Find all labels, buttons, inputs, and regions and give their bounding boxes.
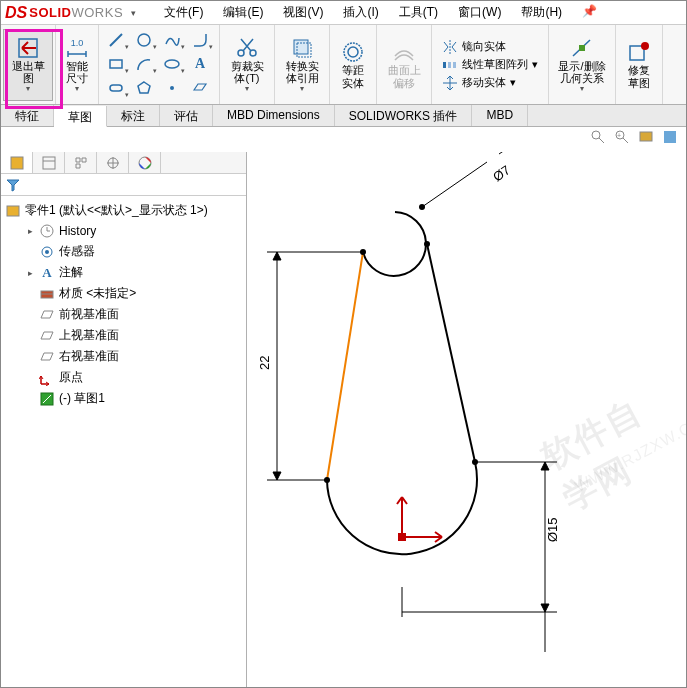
tree-sensors[interactable]: 传感器 xyxy=(3,241,244,262)
menu-help[interactable]: 帮助(H) xyxy=(511,2,572,23)
right-label: 右视基准面 xyxy=(59,348,119,365)
repair-sketch-button[interactable]: 修复草图 xyxy=(620,38,658,90)
convert-entities-button[interactable]: 转换实体引用 ▾ xyxy=(279,34,325,96)
svg-line-43 xyxy=(427,244,475,462)
command-tabs: 特征 草图 标注 评估 MBD Dimensions SOLIDWORKS 插件… xyxy=(1,105,686,127)
point-tool[interactable] xyxy=(161,78,183,98)
exit-sketch-label: 退出草图 xyxy=(8,60,48,84)
graphics-area[interactable]: 软件自学网 WWW.RJZXW.COM xyxy=(247,152,686,687)
property-tab[interactable] xyxy=(33,152,65,173)
dropdown-icon: ▾ xyxy=(26,84,30,94)
svg-line-25 xyxy=(623,138,628,143)
dropdown-icon: ▾ xyxy=(245,84,249,94)
tree-annotations[interactable]: ▸ A 注解 xyxy=(3,262,244,283)
sketch-points xyxy=(324,204,478,483)
filter-bar[interactable] xyxy=(1,174,246,196)
svg-point-22 xyxy=(592,131,600,139)
smart-dimension-button[interactable]: 1.0 智能尺寸 ▾ xyxy=(60,34,94,96)
offset-label: 等距实体 xyxy=(338,64,368,88)
rectangle-tool[interactable]: ▾ xyxy=(105,54,127,74)
svg-line-2 xyxy=(110,34,122,46)
plane-icon xyxy=(39,307,55,323)
tab-evaluate[interactable]: 评估 xyxy=(160,105,213,126)
tree-root[interactable]: 零件1 (默认<<默认>_显示状态 1>) xyxy=(3,200,244,221)
text-tool[interactable]: A xyxy=(189,54,211,74)
search-icon[interactable] xyxy=(590,129,608,147)
spline-tool[interactable]: ▾ xyxy=(161,30,183,50)
trim-entities-button[interactable]: 剪裁实体(T) ▾ xyxy=(224,34,270,96)
view-tools: + xyxy=(590,129,680,147)
exit-sketch-button[interactable]: 退出草图 ▾ xyxy=(3,29,53,101)
logo-dropdown-icon[interactable]: ▾ xyxy=(131,8,136,18)
offset-entities-button[interactable]: 等距实体 xyxy=(334,38,372,90)
tree-right-plane[interactable]: 右视基准面 xyxy=(3,346,244,367)
logo-solid: SOLID xyxy=(29,5,71,20)
dimxpert-tab[interactable] xyxy=(97,152,129,173)
menu-pin-icon[interactable]: 📌 xyxy=(572,2,607,23)
menu-tools[interactable]: 工具(T) xyxy=(389,2,448,23)
tab-mbd-dims[interactable]: MBD Dimensions xyxy=(213,105,335,126)
expand-icon[interactable]: ▸ xyxy=(25,268,35,278)
annotation-icon: A xyxy=(39,265,55,281)
tree-origin[interactable]: 原点 xyxy=(3,367,244,388)
svg-line-23 xyxy=(599,138,604,143)
fillet-tool[interactable]: ▾ xyxy=(189,30,211,50)
offset-icon xyxy=(341,40,365,64)
svg-rect-6 xyxy=(110,85,122,91)
tab-addins[interactable]: SOLIDWORKS 插件 xyxy=(335,105,473,126)
convert-icon xyxy=(290,36,314,60)
expand-icon[interactable]: ▸ xyxy=(25,226,35,236)
svg-rect-15 xyxy=(443,62,446,68)
svg-rect-11 xyxy=(294,40,308,54)
dimension-22[interactable]: 22 xyxy=(257,252,363,480)
tree-material[interactable]: 材质 <未指定> xyxy=(3,283,244,304)
tree-front-plane[interactable]: 前视基准面 xyxy=(3,304,244,325)
tree-history[interactable]: ▸ History xyxy=(3,221,244,241)
menu-view[interactable]: 视图(V) xyxy=(273,2,333,23)
menu-window[interactable]: 窗口(W) xyxy=(448,2,511,23)
tree-sketch1[interactable]: (-) 草图1 xyxy=(3,388,244,409)
selected-line[interactable] xyxy=(327,252,363,480)
svg-point-14 xyxy=(344,43,362,61)
mirror-entities-button[interactable]: 镜向实体 xyxy=(442,39,538,55)
panel-tabs xyxy=(1,152,246,174)
display-icon[interactable] xyxy=(638,129,656,147)
plane-icon xyxy=(39,349,55,365)
dimension-d15[interactable]: Ø15 xyxy=(402,462,560,652)
linear-pattern-button[interactable]: 线性草图阵列 ▾ xyxy=(442,57,538,73)
tab-mbd[interactable]: MBD xyxy=(472,105,528,126)
svg-line-52 xyxy=(422,162,487,207)
front-label: 前视基准面 xyxy=(59,306,119,323)
tab-annotate[interactable]: 标注 xyxy=(107,105,160,126)
feature-panel: 零件1 (默认<<默认>_显示状态 1>) ▸ History 传感器 ▸ A … xyxy=(1,152,247,687)
trim-label: 剪裁实体(T) xyxy=(228,60,266,84)
plane-tool[interactable] xyxy=(189,78,211,98)
tab-sketch[interactable]: 草图 xyxy=(54,106,107,127)
app-logo: DS SOLIDWORKS xyxy=(1,4,127,22)
dimension-d7[interactable]: Ø7 xyxy=(422,152,547,207)
polygon-tool[interactable] xyxy=(133,78,155,98)
render-tab[interactable] xyxy=(129,152,161,173)
tab-features[interactable]: 特征 xyxy=(1,105,54,126)
menu-insert[interactable]: 插入(I) xyxy=(333,2,388,23)
config-tab[interactable] xyxy=(65,152,97,173)
tree-top-plane[interactable]: 上视基准面 xyxy=(3,325,244,346)
arc-tool[interactable]: ▾ xyxy=(133,54,155,74)
move-entities-button[interactable]: 移动实体 ▾ xyxy=(442,75,538,91)
appearance-icon[interactable] xyxy=(662,129,680,147)
repair-icon xyxy=(627,40,651,64)
transform-tools: 镜向实体 线性草图阵列 ▾ 移动实体 ▾ xyxy=(436,39,544,91)
menu-edit[interactable]: 编辑(E) xyxy=(213,2,273,23)
svg-rect-29 xyxy=(11,157,23,169)
ellipse-tool[interactable]: ▾ xyxy=(161,54,183,74)
circle-tool[interactable]: ▾ xyxy=(133,30,155,50)
material-label: 材质 <未指定> xyxy=(59,285,136,302)
menu-file[interactable]: 文件(F) xyxy=(154,2,213,23)
line-tool[interactable]: ▾ xyxy=(105,30,127,50)
slot-tool[interactable]: ▾ xyxy=(105,78,127,98)
zoom-fit-icon[interactable]: + xyxy=(614,129,632,147)
dropdown-icon: ▾ xyxy=(532,58,538,71)
history-icon xyxy=(39,223,55,239)
feature-tree-tab[interactable] xyxy=(1,152,33,173)
display-relations-button[interactable]: 显示/删除几何关系 ▾ xyxy=(553,34,611,96)
